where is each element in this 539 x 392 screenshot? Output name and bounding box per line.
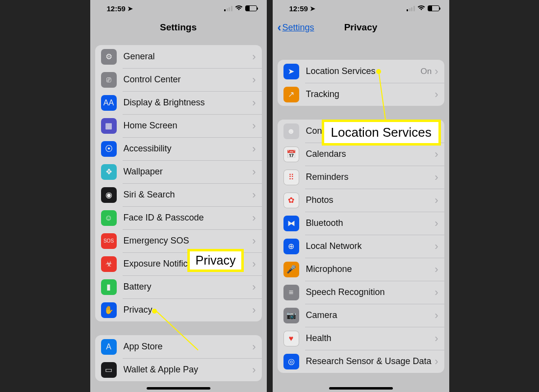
back-label: Settings	[282, 23, 314, 33]
reminders-icon: ⠿	[283, 170, 299, 185]
row-tracking[interactable]: ↗Tracking›	[278, 83, 444, 106]
row-label: Bluetooth	[306, 218, 435, 228]
row-label: Face ID & Passcode	[124, 213, 253, 223]
tracking-icon: ↗	[283, 87, 299, 102]
row-label: Photos	[306, 195, 435, 205]
signal-icon	[224, 6, 232, 11]
row-speech-recognition[interactable]: ≡Speech Recognition›	[278, 281, 444, 304]
row-label: Home Screen	[124, 121, 253, 131]
row-reminders[interactable]: ⠿Reminders›	[278, 166, 444, 189]
row-bluetooth[interactable]: ⧓Bluetooth›	[278, 212, 444, 235]
row-camera[interactable]: 📷Camera›	[278, 304, 444, 327]
privacy-group-categories: ☻Contacts›📅Calendars›⠿Reminders›✿Photos›…	[278, 120, 444, 373]
wallpaper-icon: ❖	[101, 164, 117, 180]
chevron-right-icon: ›	[252, 235, 256, 247]
chevron-right-icon: ›	[252, 74, 256, 86]
chevron-right-icon: ›	[252, 143, 256, 155]
contacts-icon: ☻	[283, 123, 299, 139]
settings-group-store: AApp Store›▭Wallet & Apple Pay›	[95, 335, 262, 381]
row-home-screen[interactable]: ▦Home Screen›	[95, 114, 262, 137]
chevron-right-icon: ›	[252, 189, 256, 201]
row-label: Speech Recognition	[306, 287, 435, 297]
chevron-right-icon: ›	[435, 240, 438, 253]
chevron-right-icon: ›	[252, 97, 256, 109]
row-label: Siri & Search	[124, 190, 253, 200]
chevron-right-icon: ›	[252, 281, 256, 294]
row-wallpaper[interactable]: ❖Wallpaper›	[95, 160, 262, 183]
row-label: Health	[306, 333, 435, 343]
row-label: Accessibility	[124, 144, 253, 154]
app-store-icon: A	[101, 339, 117, 355]
chevron-right-icon: ›	[252, 166, 256, 178]
chevron-left-icon: ‹	[278, 22, 282, 33]
row-privacy[interactable]: ✋Privacy›	[95, 298, 262, 321]
photos-icon: ✿	[283, 193, 299, 208]
settings-screen: 12:59 ➤ Settings ⚙General›⎚Control Cente…	[90, 0, 267, 392]
home-indicator[interactable]	[147, 387, 210, 390]
research-sensor-usage-data-icon: ◎	[283, 354, 299, 369]
wallet-apple-pay-icon: ▭	[101, 362, 117, 378]
settings-list[interactable]: ⚙General›⎚Control Center›AADisplay & Bri…	[90, 40, 267, 392]
location-arrow-icon: ➤	[128, 5, 133, 12]
chevron-right-icon: ›	[435, 263, 438, 276]
home-indicator[interactable]	[329, 387, 393, 390]
row-label: Local Network	[306, 241, 435, 251]
row-label: Display & Brightness	[124, 98, 253, 108]
chevron-right-icon: ›	[435, 194, 438, 207]
face-id-passcode-icon: ☺	[101, 210, 117, 226]
row-label: Emergency SOS	[124, 236, 253, 246]
chevron-right-icon: ›	[435, 217, 438, 230]
row-accessibility[interactable]: ⦿Accessibility›	[95, 137, 262, 160]
row-face-id-passcode[interactable]: ☺Face ID & Passcode›	[95, 206, 262, 229]
row-general[interactable]: ⚙General›	[95, 45, 262, 68]
page-title: Privacy	[344, 22, 378, 33]
row-control-center[interactable]: ⎚Control Center›	[95, 68, 262, 91]
row-app-store[interactable]: AApp Store›	[95, 335, 262, 358]
privacy-list[interactable]: ➤Location ServicesOn›↗Tracking› ☻Contact…	[273, 40, 449, 392]
location-services-icon: ➤	[283, 64, 299, 79]
row-photos[interactable]: ✿Photos›	[278, 189, 444, 212]
row-label: Reminders	[306, 172, 435, 182]
row-label: Tracking	[306, 89, 435, 99]
chevron-right-icon: ›	[435, 171, 438, 184]
row-label: General	[124, 51, 253, 62]
wifi-icon	[235, 5, 243, 12]
row-wallet-apple-pay[interactable]: ▭Wallet & Apple Pay›	[95, 358, 262, 381]
settings-group-main: ⚙General›⎚Control Center›AADisplay & Bri…	[95, 45, 262, 321]
local-network-icon: ⊕	[283, 239, 299, 254]
camera-icon: 📷	[283, 308, 299, 323]
row-display-brightness[interactable]: AADisplay & Brightness›	[95, 91, 262, 114]
nav-bar: ‹ Settings Privacy	[273, 15, 449, 40]
chevron-right-icon: ›	[435, 309, 438, 322]
bluetooth-icon: ⧓	[283, 216, 299, 231]
row-local-network[interactable]: ⊕Local Network›	[278, 235, 444, 258]
row-siri-search[interactable]: ◉Siri & Search›	[95, 183, 262, 206]
exposure-notifications-icon: ☣	[101, 256, 117, 272]
chevron-right-icon: ›	[252, 212, 256, 224]
location-arrow-icon: ➤	[310, 5, 315, 12]
general-icon: ⚙	[101, 49, 117, 65]
home-screen-icon: ▦	[101, 118, 117, 134]
display-brightness-icon: AA	[101, 95, 117, 111]
row-label: Privacy	[124, 305, 253, 315]
health-icon: ♥	[283, 331, 299, 346]
row-value: On	[420, 67, 432, 76]
row-label: Battery	[124, 282, 253, 292]
row-health[interactable]: ♥Health›	[278, 327, 444, 350]
row-calendars[interactable]: 📅Calendars›	[278, 143, 444, 166]
row-label: Wallpaper	[124, 167, 253, 177]
row-label: Research Sensor & Usage Data	[306, 356, 435, 367]
row-location-services[interactable]: ➤Location ServicesOn›	[278, 60, 444, 83]
status-bar: 12:59 ➤	[90, 0, 267, 15]
row-microphone[interactable]: 🎤Microphone›	[278, 258, 444, 281]
callout-location-services: Location Services	[322, 120, 441, 146]
chevron-right-icon: ›	[435, 355, 438, 368]
speech-recognition-icon: ≡	[283, 285, 299, 300]
row-battery[interactable]: ▮Battery›	[95, 275, 262, 298]
back-button[interactable]: ‹ Settings	[278, 22, 314, 33]
row-label: Location Services	[306, 66, 421, 76]
battery-icon	[428, 5, 439, 11]
row-research-sensor-usage-data[interactable]: ◎Research Sensor & Usage Data›	[278, 350, 444, 373]
nav-bar: Settings	[90, 15, 267, 40]
page-title: Settings	[160, 22, 197, 33]
